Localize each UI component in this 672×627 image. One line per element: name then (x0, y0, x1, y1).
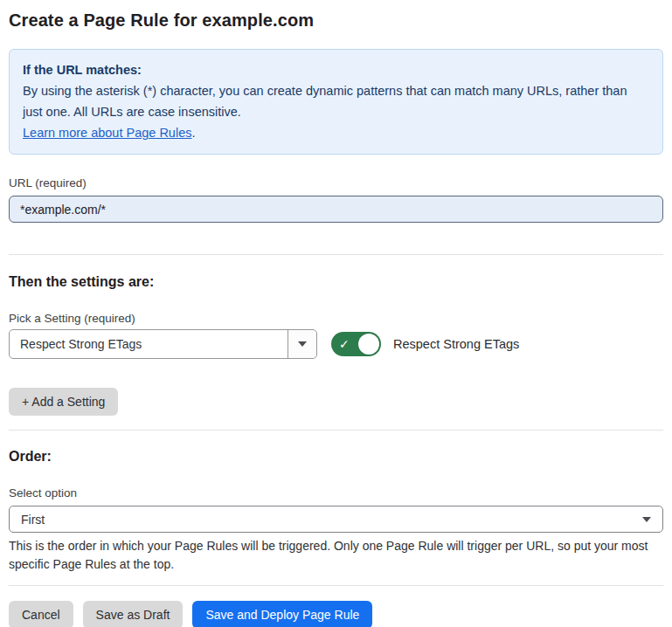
learn-more-link[interactable]: Learn more about Page Rules (23, 126, 191, 140)
page-title: Create a Page Rule for example.com (9, 10, 663, 31)
order-select[interactable]: First (9, 506, 663, 533)
info-box-link-line: Learn more about Page Rules. (23, 122, 649, 143)
chevron-down-icon (642, 517, 651, 522)
chevron-down-icon (298, 341, 307, 347)
url-match-info-box: If the URL matches: By using the asteris… (9, 49, 663, 155)
order-section-heading: Order: (9, 449, 663, 465)
setting-select-value: Respect Strong ETags (10, 330, 288, 358)
cancel-button[interactable]: Cancel (9, 601, 73, 627)
order-select-value: First (21, 513, 45, 527)
divider (9, 585, 663, 586)
add-setting-button[interactable]: + Add a Setting (9, 388, 118, 416)
setting-select[interactable]: Respect Strong ETags (9, 329, 317, 359)
check-icon: ✓ (339, 338, 350, 350)
settings-section-heading: Then the settings are: (9, 274, 663, 290)
setting-row: Respect Strong ETags ✓ Respect Strong ET… (9, 329, 663, 359)
info-box-body: By using the asterisk (*) character, you… (23, 80, 649, 122)
footer-actions: Cancel Save as Draft Save and Deploy Pag… (9, 601, 663, 627)
order-select-label: Select option (9, 486, 663, 500)
create-page-rule-form: Create a Page Rule for example.com If th… (0, 0, 672, 627)
setting-select-arrow-button[interactable] (288, 330, 316, 358)
save-deploy-button[interactable]: Save and Deploy Page Rule (192, 601, 372, 627)
order-help-text: This is the order in which your Page Rul… (9, 537, 660, 574)
toggle-label: Respect Strong ETags (393, 337, 519, 351)
divider (9, 254, 663, 255)
url-input[interactable] (9, 196, 663, 223)
url-field-label: URL (required) (9, 176, 663, 189)
info-box-heading: If the URL matches: (23, 59, 649, 80)
save-draft-button[interactable]: Save as Draft (83, 601, 184, 627)
pick-setting-label: Pick a Setting (required) (9, 312, 663, 325)
link-suffix: . (191, 126, 195, 140)
toggle-knob (358, 334, 379, 355)
divider (9, 430, 663, 431)
setting-toggle[interactable]: ✓ (331, 332, 381, 356)
